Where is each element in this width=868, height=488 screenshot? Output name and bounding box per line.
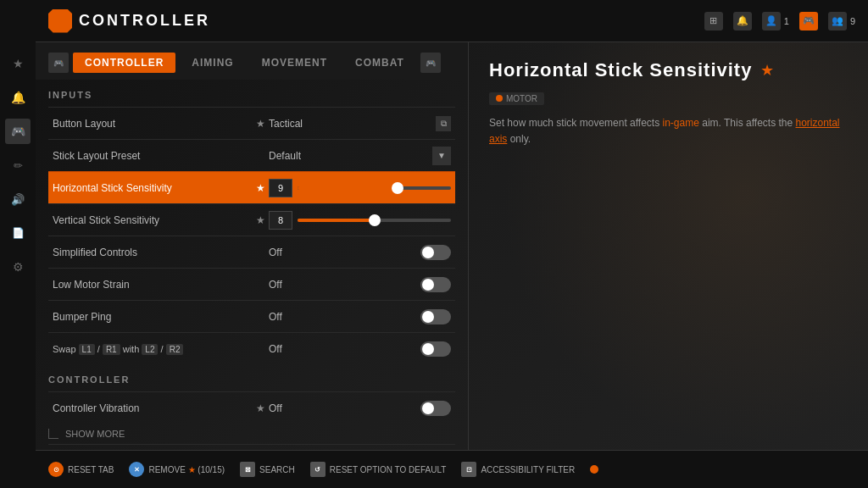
bottom-bar: ⊙ RESET TAB ✕ REMOVE ★ (10/15) ⊠ SEARCH … [36,450,868,488]
row-vertical-sensitivity-label: Vertical Stick Sensitivity [48,214,252,226]
row-button-layout[interactable]: Button Layout ★ Tactical ⧉ [48,107,455,139]
bell-icon[interactable]: 🔔 [733,12,752,30]
vertical-sensitivity-fill [298,219,375,222]
badge-text: MOTOR [506,94,537,103]
friends-icon: 👥 [828,12,847,30]
tab-navigation: 🎮 CONTROLLER AIMING MOVEMENT COMBAT 🎮 [36,42,468,80]
vertical-sensitivity-track[interactable] [298,219,451,222]
row-simplified-controls[interactable]: Simplified Controls ★ Off [48,236,455,268]
friends-count: 9 [850,16,855,26]
row-bumper-ping-star: ★ [252,311,269,323]
row-swap-triggers[interactable]: Swap L1 / R1 with L2 / R2 ★ Off [48,332,455,364]
row-vertical-sensitivity[interactable]: Vertical Stick Sensitivity ★ 8 [48,203,455,236]
horizontal-sensitivity-input[interactable]: 9 [269,179,292,197]
sidebar-icon-audio[interactable]: 🔊 [5,186,31,212]
highlight-ingame: in-game [663,117,699,129]
tab-combat[interactable]: COMBAT [343,53,416,73]
low-motor-strain-toggle[interactable] [420,277,451,292]
row-low-motor-strain-value: Off [269,279,294,291]
show-more-label: SHOW MORE [65,429,125,439]
vertical-sensitivity-input[interactable]: 8 [269,211,292,230]
bottom-reset-tab[interactable]: ⊙ RESET TAB [48,462,114,477]
row-controller-vibration[interactable]: Controller Vibration ★ Off [48,391,455,424]
indicator-dot [590,465,598,474]
settings-area: INPUTS Button Layout ★ Tactical ⧉ Stick … [36,80,468,449]
row-bumper-ping-value-area: Off [269,309,455,324]
tab-icon-left[interactable]: 🎮 [48,53,69,73]
bottom-reset-option[interactable]: ↺ RESET OPTION TO DEFAULT [310,462,447,477]
bottom-search[interactable]: ⊠ SEARCH [240,462,295,477]
main-content: 🎮 CONTROLLER AIMING MOVEMENT COMBAT 🎮 IN… [36,42,468,450]
row-stick-layout[interactable]: Stick Layout Preset ★ Default ▼ [48,139,455,171]
top-header: CONTROLLER ⊞ 🔔 👤 1 🎮 👥 9 [36,0,868,42]
row-simplified-controls-star: ★ [252,247,269,258]
profile-badge[interactable]: 👤 1 [762,12,789,30]
profile-count: 1 [784,16,789,26]
tab-controller[interactable]: CONTROLLER [73,53,175,73]
row-low-motor-strain-star: ★ [252,279,269,291]
bottom-indicator [590,465,598,474]
row-button-layout-star: ★ [252,118,269,130]
panel-description: Set how much stick movement affects in-g… [489,115,847,147]
row-stick-layout-star: ★ [252,150,269,162]
horizontal-sensitivity-fill [298,186,398,190]
search-btn: ⊠ [240,462,255,477]
bumper-ping-toggle[interactable] [420,309,451,324]
row-simplified-controls-value-area: Off [269,245,455,260]
active-tab-icon[interactable]: 🎮 [799,12,818,30]
horizontal-sensitivity-thumb [392,182,403,194]
row-swap-triggers-label: Swap L1 / R1 with L2 / R2 [48,344,252,354]
row-horizontal-sensitivity-star: ★ [252,182,269,194]
tab-aiming[interactable]: AIMING [180,53,245,73]
stick-layout-dropdown[interactable]: ▼ [432,147,451,165]
sidebar: ★ 🔔 🎮 ✏ 🔊 📄 ⚙ [0,0,36,488]
sidebar-icon-docs[interactable]: 📄 [5,220,31,246]
game-logo: CONTROLLER [48,9,210,33]
row-low-motor-strain-label: Low Motor Strain [48,279,252,291]
row-button-layout-label: Button Layout [48,118,252,130]
controller-vibration-toggle[interactable] [420,401,451,416]
vertical-sensitivity-slider-container: 8 [269,211,451,230]
tab-movement[interactable]: MOVEMENT [250,53,339,73]
row-vertical-sensitivity-value-area: 8 [269,211,455,230]
bottom-accessibility[interactable]: ⊡ ACCESSIBILITY FILTER [461,462,575,477]
panel-divider [468,42,469,450]
accessibility-btn: ⊡ [461,462,476,477]
horizontal-sensitivity-slider-container: 9 [269,179,451,197]
row-horizontal-sensitivity[interactable]: Horizontal Stick Sensitivity ★ 9 [48,171,455,203]
panel-title: Horizontal Stick Sensitivity ★ [489,59,847,81]
external-link-icon[interactable]: ⧉ [436,116,451,131]
row-trigger-effect[interactable]: Trigger Effect ★ Off ▼ [48,444,455,449]
row-bumper-ping-label: Bumper Ping [48,311,252,323]
show-more-row[interactable]: SHOW MORE [48,424,455,444]
panel-star-icon: ★ [760,61,774,80]
row-low-motor-strain[interactable]: Low Motor Strain ★ Off [48,268,455,300]
tab-icon-right[interactable]: 🎮 [420,53,441,73]
row-stick-layout-label: Stick Layout Preset [48,150,252,162]
sidebar-icon-edit[interactable]: ✏ [5,152,31,178]
bottom-remove-star[interactable]: ✕ REMOVE ★ (10/15) [129,462,225,477]
sidebar-icon-settings[interactable]: ⚙ [5,254,31,280]
header-right: ⊞ 🔔 👤 1 🎮 👥 9 [704,12,855,30]
row-controller-vibration-label: Controller Vibration [48,402,252,414]
reset-option-label: RESET OPTION TO DEFAULT [330,465,447,474]
friends-badge[interactable]: 👥 9 [828,12,855,30]
row-simplified-controls-value: Off [269,247,294,258]
row-bumper-ping-value: Off [269,311,294,323]
sidebar-icon-star[interactable]: ★ [5,51,31,76]
swap-triggers-toggle[interactable] [420,341,451,357]
search-label: SEARCH [259,465,295,474]
row-bumper-ping[interactable]: Bumper Ping ★ Off [48,300,455,332]
sidebar-icon-gamepad[interactable]: 🎮 [5,119,31,144]
logo-icon [48,9,72,33]
show-more-indent [48,429,58,439]
right-panel: Horizontal Stick Sensitivity ★ MOTOR Set… [468,42,868,450]
row-horizontal-sensitivity-label: Horizontal Stick Sensitivity [48,182,252,194]
row-swap-triggers-value: Off [269,343,294,355]
horizontal-sensitivity-track[interactable] [298,186,451,190]
inputs-section-label: INPUTS [48,80,455,107]
row-controller-vibration-value: Off [269,402,294,414]
sidebar-icon-notifications[interactable]: 🔔 [5,85,31,110]
grid-icon[interactable]: ⊞ [704,12,723,30]
simplified-controls-toggle[interactable] [420,245,451,260]
